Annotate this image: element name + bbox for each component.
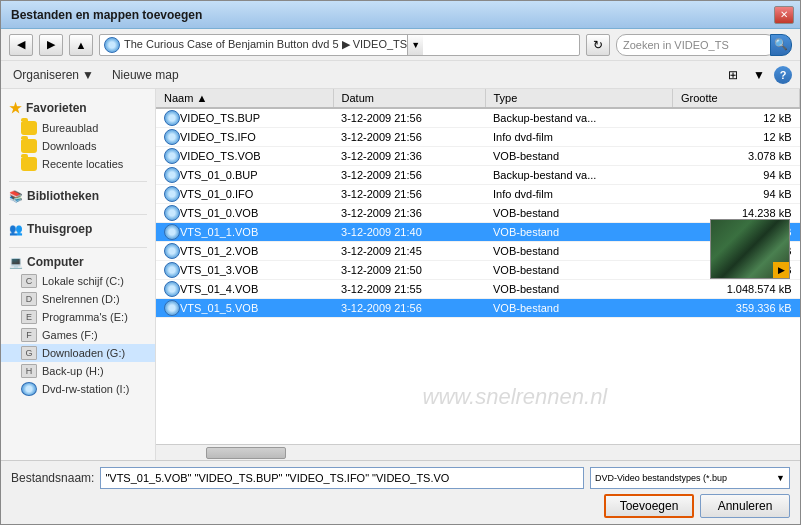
bottom-bar: Bestandsnaam: DVD-Video bestandstypes (*… — [1, 460, 800, 524]
sidebar-item-label: Bureaublad — [42, 122, 98, 134]
sort-indicator: ▲ — [196, 92, 207, 104]
file-date: 3-12-2009 21:56 — [333, 108, 485, 128]
table-row[interactable]: VTS_01_0.IFO3-12-2009 21:56Info dvd-film… — [156, 185, 800, 204]
table-row[interactable]: VTS_01_1.VOB3-12-2009 21:40VOB-bestand1.… — [156, 223, 800, 242]
sidebar-item-d[interactable]: D Snelrennen (D:) — [1, 290, 155, 308]
nav-toolbar: ◀ ▶ ▲ The Curious Case of Benjamin Butto… — [1, 29, 800, 61]
close-button[interactable]: ✕ — [774, 6, 794, 24]
sidebar-item-f[interactable]: F Games (F:) — [1, 326, 155, 344]
view-toggle-button[interactable]: ⊞ — [722, 64, 744, 86]
sidebar-item-e[interactable]: E Programma's (E:) — [1, 308, 155, 326]
file-name: VTS_01_5.VOB — [180, 302, 258, 314]
homegroup-icon: 👥 — [9, 223, 23, 236]
organize-label: Organiseren — [13, 68, 79, 82]
refresh-button[interactable]: ↻ — [586, 34, 610, 56]
table-row[interactable]: VTS_01_2.VOB3-12-2009 21:45VOB-bestand1.… — [156, 242, 800, 261]
file-dvd-icon — [164, 186, 180, 202]
file-size: 3.078 kB — [672, 147, 799, 166]
table-row[interactable]: VTS_01_0.BUP3-12-2009 21:56Backup-bestan… — [156, 166, 800, 185]
sidebar-item-i[interactable]: Dvd-rw-station (I:) — [1, 380, 155, 398]
drive-icon: F — [21, 328, 37, 342]
file-dvd-icon — [164, 224, 180, 240]
file-name: VTS_01_0.BUP — [180, 169, 258, 181]
sidebar-item-label: Programma's (E:) — [42, 311, 128, 323]
filename-input[interactable] — [100, 467, 584, 489]
drive-icon: H — [21, 364, 37, 378]
filetype-value: DVD-Video bestandstypes (*.bup — [595, 473, 727, 483]
help-button[interactable]: ? — [774, 66, 792, 84]
file-date: 3-12-2009 21:36 — [333, 147, 485, 166]
homegroup-header[interactable]: 👥 Thuisgroep — [1, 219, 155, 239]
organize-button[interactable]: Organiseren ▼ — [9, 66, 98, 84]
file-type: VOB-bestand — [485, 299, 672, 318]
filename-row: Bestandsnaam: DVD-Video bestandstypes (*… — [11, 467, 790, 489]
sidebar-item-h[interactable]: H Back-up (H:) — [1, 362, 155, 380]
separator-3 — [9, 247, 147, 248]
add-button[interactable]: Toevoegen — [604, 494, 694, 518]
favorites-header[interactable]: ★ Favorieten — [1, 97, 155, 119]
address-text: The Curious Case of Benjamin Button dvd … — [124, 38, 407, 51]
computer-header[interactable]: 💻 Computer — [1, 252, 155, 272]
computer-label: Computer — [27, 255, 84, 269]
table-row[interactable]: VTS_01_4.VOB3-12-2009 21:55VOB-bestand1.… — [156, 280, 800, 299]
address-bar[interactable]: The Curious Case of Benjamin Button dvd … — [99, 34, 580, 56]
sidebar-item-recent[interactable]: Recente locaties — [1, 155, 155, 173]
filetype-dropdown[interactable]: DVD-Video bestandstypes (*.bup ▼ — [590, 467, 790, 489]
file-date: 3-12-2009 21:56 — [333, 299, 485, 318]
file-size: 1.048.574 kB — [672, 280, 799, 299]
file-dvd-icon — [164, 205, 180, 221]
main-content: ★ Favorieten Bureaublad Downloads Recent… — [1, 89, 800, 460]
file-type: VOB-bestand — [485, 261, 672, 280]
column-header-size[interactable]: Grootte — [672, 89, 799, 108]
table-row[interactable]: VIDEO_TS.IFO3-12-2009 21:56Info dvd-film… — [156, 128, 800, 147]
column-header-name[interactable]: Naam ▲ — [156, 89, 333, 108]
sidebar-item-desktop[interactable]: Bureaublad — [1, 119, 155, 137]
horizontal-scrollbar[interactable] — [156, 444, 800, 460]
search-placeholder: Zoeken in VIDEO_TS — [623, 39, 729, 51]
sidebar-item-g[interactable]: G Downloaden (G:) — [1, 344, 155, 362]
up-button[interactable]: ▲ — [69, 34, 93, 56]
file-area: Naam ▲ Datum Type Grootte VIDEO_TS.BUP3-… — [156, 89, 800, 460]
drive-icon: D — [21, 292, 37, 306]
file-date: 3-12-2009 21:56 — [333, 166, 485, 185]
table-row[interactable]: VTS_01_0.VOB3-12-2009 21:36VOB-bestand14… — [156, 204, 800, 223]
table-row[interactable]: VIDEO_TS.VOB3-12-2009 21:36VOB-bestand3.… — [156, 147, 800, 166]
sidebar: ★ Favorieten Bureaublad Downloads Recent… — [1, 89, 156, 460]
file-dvd-icon — [164, 148, 180, 164]
file-name-cell: VTS_01_0.BUP — [156, 166, 333, 185]
table-row[interactable]: VTS_01_3.VOB3-12-2009 21:50VOB-bestand1.… — [156, 261, 800, 280]
file-list[interactable]: Naam ▲ Datum Type Grootte VIDEO_TS.BUP3-… — [156, 89, 800, 444]
table-header-row: Naam ▲ Datum Type Grootte — [156, 89, 800, 108]
drive-icon: G — [21, 346, 37, 360]
scrollbar-thumb[interactable] — [206, 447, 286, 459]
back-button[interactable]: ◀ — [9, 34, 33, 56]
drive-icon: C — [21, 274, 37, 288]
column-header-type[interactable]: Type — [485, 89, 672, 108]
libraries-header[interactable]: 📚 Bibliotheken — [1, 186, 155, 206]
computer-icon: 💻 — [9, 256, 23, 269]
file-name: VIDEO_TS.BUP — [180, 112, 260, 124]
scrollbar-track — [156, 445, 800, 460]
cancel-button[interactable]: Annuleren — [700, 494, 790, 518]
column-header-date[interactable]: Datum — [333, 89, 485, 108]
sidebar-item-label: Games (F:) — [42, 329, 98, 341]
file-date: 3-12-2009 21:56 — [333, 128, 485, 147]
file-dvd-icon — [164, 281, 180, 297]
table-row[interactable]: VTS_01_5.VOB3-12-2009 21:56VOB-bestand35… — [156, 299, 800, 318]
folder-icon — [21, 139, 37, 153]
new-folder-label: Nieuwe map — [112, 68, 179, 82]
file-dvd-icon — [164, 129, 180, 145]
sidebar-item-c[interactable]: C Lokale schijf (C:) — [1, 272, 155, 290]
search-input[interactable]: Zoeken in VIDEO_TS — [616, 34, 776, 56]
view-dropdown-button[interactable]: ▼ — [748, 64, 770, 86]
new-folder-button[interactable]: Nieuwe map — [108, 66, 183, 84]
view-icon: ⊞ — [728, 68, 738, 82]
search-button[interactable]: 🔍 — [770, 34, 792, 56]
file-type: Backup-bestand va... — [485, 108, 672, 128]
file-name-cell: VTS_01_2.VOB — [156, 242, 333, 261]
forward-button[interactable]: ▶ — [39, 34, 63, 56]
table-row[interactable]: VIDEO_TS.BUP3-12-2009 21:56Backup-bestan… — [156, 108, 800, 128]
computer-section: 💻 Computer C Lokale schijf (C:) D Snelre… — [1, 252, 155, 398]
sidebar-item-downloads[interactable]: Downloads — [1, 137, 155, 155]
address-dropdown-button[interactable]: ▼ — [407, 34, 423, 56]
